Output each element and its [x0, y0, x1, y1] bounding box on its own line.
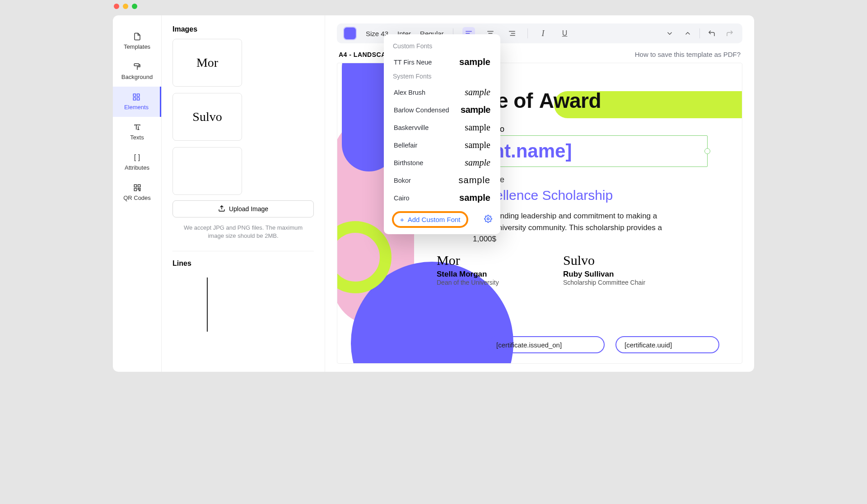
plus-icon: + [400, 216, 404, 223]
attribute-text: [certificate.issued_on] [496, 341, 562, 349]
font-option[interactable]: TT Firs Neuesample [386, 53, 499, 71]
font-sample: sample [465, 140, 490, 150]
minimize-icon[interactable] [123, 4, 128, 9]
image-thumb[interactable]: Sulvo [172, 93, 242, 141]
font-name: Birthstone [394, 159, 423, 166]
add-custom-font-button[interactable]: + Add Custom Font [392, 211, 468, 228]
svg-rect-6 [138, 185, 140, 187]
editor-area: Size 43 Inter Regular I U [325, 15, 754, 372]
gear-icon[interactable] [484, 215, 492, 225]
document-icon [133, 32, 141, 41]
font-option[interactable]: Barlow Condensedsample [386, 101, 499, 119]
font-sample: sample [459, 175, 490, 185]
font-sample: sample [459, 57, 490, 67]
svg-rect-7 [134, 189, 136, 191]
signature-block-1[interactable]: Mor Stella Morgan Dean of the University [437, 253, 499, 286]
sidebar-item-label: Attributes [125, 164, 149, 171]
add-font-label: Add Custom Font [408, 216, 461, 223]
svg-rect-1 [133, 94, 135, 96]
certificate-body[interactable]: ir outstanding leadership and commitment… [473, 210, 726, 245]
svg-rect-4 [137, 98, 140, 100]
upload-icon [218, 205, 225, 213]
elements-panel: Images Mor Sulvo Upload Image We accept … [162, 15, 325, 372]
font-option[interactable]: Bokorsample [386, 171, 499, 189]
signature-block-2[interactable]: Sulvo Ruby Sullivan Scholarship Committe… [563, 253, 645, 286]
color-swatch[interactable] [343, 27, 357, 40]
image-thumb[interactable]: Mor [172, 39, 242, 87]
svg-rect-5 [134, 185, 136, 187]
text-icon [133, 123, 141, 131]
separator [527, 28, 528, 38]
attribute-field-issued-on[interactable]: [certificate.issued_on] [487, 336, 605, 353]
signer-role: Scholarship Committee Chair [563, 279, 645, 286]
font-name: Alex Brush [394, 89, 425, 96]
sidebar-item-attributes[interactable]: [ ] Attributes [113, 147, 161, 177]
selected-text-element[interactable]: ent.name] [473, 135, 708, 167]
font-name: Bellefair [394, 142, 417, 149]
svg-rect-3 [133, 98, 135, 100]
font-sample: sample [465, 87, 490, 97]
align-right-button[interactable] [506, 27, 518, 40]
upload-image-button[interactable]: Upload Image [172, 200, 314, 217]
maximize-icon[interactable] [132, 4, 137, 9]
font-sample: sample [465, 122, 490, 133]
svg-point-17 [487, 217, 489, 220]
font-name: Bokor [394, 177, 411, 184]
image-thumb[interactable] [172, 147, 242, 195]
help-link[interactable]: How to save this template as PDF? [635, 51, 741, 58]
upload-hint: We accept JPG and PNG files. The maximum… [177, 224, 309, 240]
sidebar-item-background[interactable]: Background [113, 56, 161, 87]
font-name: Barlow Condensed [394, 106, 449, 114]
shapes-icon [132, 93, 140, 101]
resize-handle-icon[interactable] [704, 148, 710, 154]
sidebar-item-texts[interactable]: Texts [113, 117, 161, 147]
font-name: TT Firs Neue [394, 59, 432, 66]
font-sample: sample [459, 193, 490, 203]
font-sample: sample [465, 157, 490, 168]
sidebar-item-elements[interactable]: Elements [113, 87, 161, 117]
paint-roller-icon [133, 63, 141, 71]
redo-button[interactable] [723, 27, 736, 40]
app-window: Templates Background Elements Texts [ ] … [108, 0, 759, 378]
custom-fonts-label: Custom Fonts [386, 41, 499, 53]
undo-button[interactable] [705, 27, 718, 40]
font-option[interactable]: Baskervvillesample [386, 119, 499, 136]
layer-down-button[interactable] [663, 27, 676, 40]
signer-name: Stella Morgan [437, 270, 487, 279]
sidebar: Templates Background Elements Texts [ ] … [113, 15, 162, 372]
sidebar-item-label: Templates [124, 43, 150, 50]
line-horizontal-thumb[interactable] [172, 342, 242, 372]
signature-preview: Mor [196, 55, 218, 70]
system-fonts-label: System Fonts [386, 71, 499, 83]
attribute-text: [certificate.uuid] [625, 341, 672, 349]
upload-label: Upload Image [229, 205, 268, 213]
lines-heading: Lines [172, 259, 314, 268]
svg-rect-0 [134, 64, 139, 66]
sidebar-item-label: QR Codes [123, 194, 151, 201]
font-option[interactable]: Bellefairsample [386, 136, 499, 154]
font-option[interactable]: Cairosample [386, 189, 499, 207]
sidebar-item-label: Elements [124, 104, 149, 111]
sidebar-item-label: Background [121, 74, 153, 80]
title-part-2: Award [539, 88, 601, 113]
separator [699, 28, 700, 38]
italic-button[interactable]: I [537, 27, 550, 40]
images-heading: Images [172, 25, 314, 33]
font-option[interactable]: Alex Brushsample [386, 83, 499, 101]
font-name: Cairo [394, 194, 410, 202]
font-sample: sample [461, 105, 490, 115]
layer-up-button[interactable] [681, 27, 694, 40]
sidebar-item-label: Texts [130, 134, 144, 141]
sidebar-item-qrcodes[interactable]: QR Codes [113, 177, 161, 208]
signature-preview: Sulvo [192, 110, 222, 124]
close-icon[interactable] [114, 4, 119, 9]
signature-image: Mor [437, 253, 460, 268]
qr-icon [133, 184, 141, 192]
font-name: Baskervville [394, 124, 429, 131]
attribute-field-uuid[interactable]: [certificate.uuid] [615, 336, 719, 353]
svg-rect-2 [137, 94, 140, 96]
font-option[interactable]: Birthstonesample [386, 154, 499, 171]
line-vertical-thumb[interactable] [172, 273, 242, 336]
underline-button[interactable]: U [559, 27, 571, 40]
sidebar-item-templates[interactable]: Templates [113, 26, 161, 56]
